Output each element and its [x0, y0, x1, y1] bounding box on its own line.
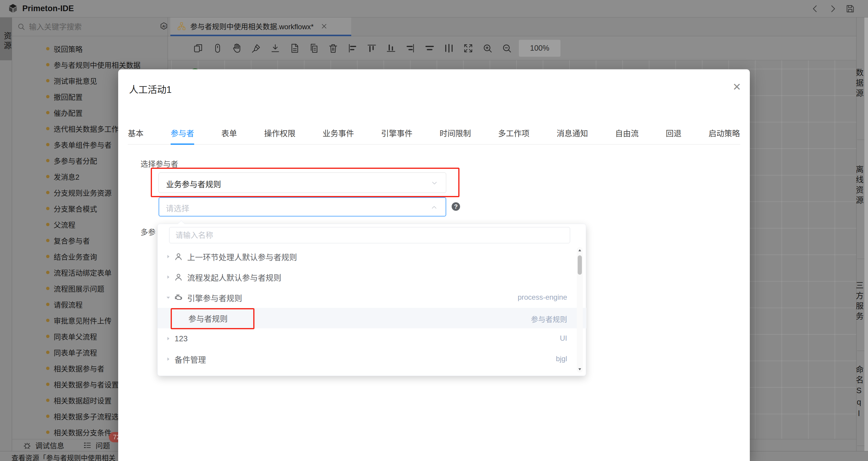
dialog-tab-启动策略[interactable]: 启动策略	[709, 124, 740, 145]
title-bar: Primeton-IDE	[0, 0, 868, 18]
resource-name: 发消息2	[54, 171, 79, 182]
scrollbar-thumb[interactable]	[578, 255, 582, 275]
distribute-icon[interactable]	[443, 43, 454, 54]
align-right-icon[interactable]	[405, 43, 416, 54]
dialog-tab-引擎事件[interactable]: 引擎事件	[381, 124, 412, 145]
scroll-up-icon[interactable]	[577, 248, 583, 253]
file-icon[interactable]	[289, 43, 300, 54]
chevron-left-icon[interactable]	[810, 4, 820, 14]
bullet-icon	[46, 79, 50, 82]
scroll-down-icon[interactable]	[577, 366, 583, 372]
dialog-tab-自由流[interactable]: 自由流	[615, 124, 639, 145]
caret-down-icon[interactable]	[165, 294, 172, 301]
align-left-icon[interactable]	[347, 43, 358, 54]
resource-name: 流程活动绑定表单	[54, 267, 112, 278]
rail-tab-1[interactable]: 数据源	[857, 57, 865, 111]
help-icon[interactable]: ?	[452, 202, 460, 211]
search-icon	[17, 22, 26, 31]
fit-screen-icon[interactable]	[463, 43, 474, 54]
app-logo-icon	[7, 3, 19, 14]
chevron-up-icon	[430, 203, 438, 212]
bullet-icon	[46, 335, 50, 338]
file-copy-icon[interactable]	[308, 43, 319, 54]
cursor-icon[interactable]	[212, 43, 223, 54]
zoom-level[interactable]: 100%	[519, 40, 560, 57]
brush-icon[interactable]	[251, 43, 261, 54]
dialog-tab-时间限制[interactable]: 时间限制	[440, 124, 471, 145]
dropdown-item[interactable]: 引擎参与者规则process-engine	[158, 287, 586, 308]
bullet-icon	[46, 399, 50, 402]
dropdown-search-input[interactable]	[169, 227, 570, 243]
copy-icon[interactable]	[193, 43, 204, 54]
dropdown-item[interactable]: 流程发起人默认参与者规则	[158, 267, 586, 287]
align-center-icon[interactable]	[424, 43, 435, 54]
dropdown-scrollbar[interactable]	[577, 247, 583, 373]
dialog-tab-回退[interactable]: 回退	[666, 124, 681, 145]
caret-right-icon[interactable]	[165, 335, 172, 342]
bottom-tab-issues[interactable]: 问题72	[83, 440, 110, 451]
dialog-tab-业务事件[interactable]: 业务事件	[322, 124, 354, 145]
left-rail: 资源	[0, 18, 12, 451]
dropdown-item-source: 参与者规则	[531, 313, 567, 324]
caret-right-icon[interactable]	[165, 274, 172, 280]
resource-list-item[interactable]: 驳回策略	[12, 41, 168, 57]
rail-tab-4[interactable]: 命名Sql	[857, 358, 865, 428]
participant-type-value: 业务参与者规则	[166, 178, 221, 189]
document-tab[interactable]: 参与者规则中使用相关数据.workflowx*	[170, 18, 351, 36]
bullet-icon	[46, 223, 50, 226]
hand-icon[interactable]	[231, 43, 242, 54]
chevron-right-icon[interactable]	[828, 4, 838, 14]
dialog-tab-基本[interactable]: 基本	[128, 124, 144, 145]
resource-name: 结合业务查询	[54, 251, 97, 262]
rule-dropdown-panel: 上一环节处理人默认参与者规则流程发起人默认参与者规则引擎参与者规则process…	[157, 224, 586, 376]
rail-tab-resources[interactable]: 资源	[0, 18, 12, 60]
dropdown-item[interactable]: 备件管理bjgl	[158, 349, 586, 369]
dialog-tab-表单[interactable]: 表单	[221, 124, 237, 145]
caret-right-icon[interactable]	[165, 253, 172, 260]
save-icon[interactable]	[845, 4, 855, 14]
resource-name: 迭代相关数据多工作项	[54, 123, 126, 134]
resource-name: 相关数据多子流程选择	[54, 411, 126, 422]
rail-tab-3[interactable]: 三方服务	[857, 269, 865, 334]
dropdown-item-label: 123	[175, 334, 188, 343]
dialog-tab-多工作项[interactable]: 多工作项	[498, 124, 529, 145]
bullet-icon	[46, 303, 50, 306]
bottom-tab-label: 问题	[96, 440, 110, 451]
bottom-tab-debug[interactable]: 调试信息	[23, 440, 64, 451]
dropdown-item[interactable]: 参与者规则参与者规则	[158, 308, 586, 328]
right-rail: 数据源离线资源三方服务命名Sql	[856, 18, 868, 451]
dropdown-item[interactable]: 123UI	[158, 328, 586, 349]
dialog-tab-消息通知[interactable]: 消息通知	[557, 124, 588, 145]
dialog-tab-操作权限[interactable]: 操作权限	[264, 124, 296, 145]
rail-separator	[857, 140, 864, 140]
download-icon[interactable]	[270, 43, 281, 54]
caret-right-icon[interactable]	[165, 356, 172, 362]
search-input[interactable]	[29, 21, 119, 33]
dialog-tab-参与者[interactable]: 参与者	[170, 124, 194, 145]
align-bottom-icon[interactable]	[385, 43, 397, 54]
bullet-icon	[46, 431, 50, 434]
close-tab-icon[interactable]	[320, 22, 328, 30]
rail-separator	[857, 259, 864, 259]
participant-type-select[interactable]: 业务参与者规则	[159, 173, 446, 193]
rail-tab-2[interactable]: 离线资源	[857, 153, 865, 218]
resource-name: 测试审批意见	[54, 75, 97, 86]
dropdown-item-label: 备件管理	[175, 354, 206, 365]
dialog-close-icon[interactable]: ✕	[731, 81, 743, 93]
zoom-in-icon[interactable]	[482, 43, 493, 54]
dropdown-item[interactable]: 上一环节处理人默认参与者规则	[158, 246, 586, 267]
resource-name: 相关数据分支条件	[54, 427, 112, 437]
chevron-down-icon	[430, 179, 439, 187]
align-top-icon[interactable]	[366, 43, 377, 54]
dropdown-item-label: 引擎参与者规则	[187, 292, 242, 303]
dropdown-item-label: 流程发起人默认参与者规则	[187, 272, 281, 283]
editor-toolbar: 100%	[168, 36, 856, 60]
trash-icon[interactable]	[328, 43, 339, 54]
rule-picker-select[interactable]: 请选择	[159, 197, 446, 216]
engine-icon	[174, 293, 183, 302]
app-title: Primeton-IDE	[22, 4, 74, 13]
right-scrollbar[interactable]	[864, 18, 868, 451]
ai-icon[interactable]: AI	[159, 22, 168, 31]
zoom-out-icon[interactable]	[501, 43, 512, 54]
dialog-title: 人工活动1	[129, 82, 172, 96]
